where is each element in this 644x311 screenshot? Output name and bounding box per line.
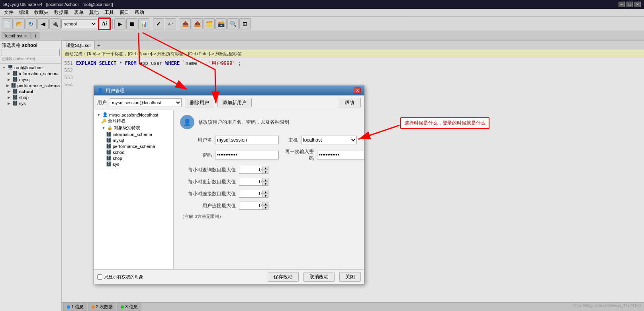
confirm-label: 再一次输入密码 bbox=[282, 148, 314, 162]
show-privileged-checkbox[interactable] bbox=[97, 274, 102, 280]
dialog-desc-row: 👤 修改该用户的用户名、密码，以及各种限制 bbox=[180, 115, 358, 129]
limit-query-up-btn[interactable]: ▲ bbox=[263, 166, 268, 170]
add-user-btn[interactable]: 添加新用户 bbox=[217, 98, 252, 107]
limit-conn-down-btn[interactable]: ▼ bbox=[263, 194, 268, 198]
dialog-left-panel: ▼ 👤 mysql.session@localhost 🔑 全局特权 ▼ 🔒 对… bbox=[94, 110, 174, 269]
password-input[interactable] bbox=[215, 151, 279, 159]
dialog-db-label-info: information_schema bbox=[113, 132, 152, 137]
limit-query-spinner: ▲ ▼ bbox=[239, 166, 268, 174]
dialog-tree-global-icon: 🔑 bbox=[101, 119, 107, 124]
password-label: 密码 bbox=[180, 152, 212, 159]
dialog-toolbar: 用户 mysql.session@localhost 删除用户 添加新用户 帮助 bbox=[94, 95, 364, 110]
limit-update-up-btn[interactable]: ▲ bbox=[263, 178, 268, 182]
limit-query-input[interactable] bbox=[239, 166, 263, 174]
dialog-tree-object-icon: 🔒 bbox=[107, 125, 113, 130]
dialog-db-icon-school: 🗄️ bbox=[106, 150, 112, 155]
limit-conn-label: 每小时连接数目最大值 bbox=[180, 190, 236, 197]
username-input[interactable] bbox=[215, 136, 279, 144]
dialog-db-label-perf: performance_schema bbox=[113, 144, 155, 149]
dialog-db-label-shop: shop bbox=[113, 156, 122, 161]
dialog-right-panel: 👤 修改该用户的用户名、密码，以及各种限制 用户名 主机 localhost 密… bbox=[174, 110, 364, 269]
limit-conn-spinner: ▲ ▼ bbox=[239, 190, 268, 198]
dialog-db-label-school: school bbox=[113, 150, 125, 155]
dialog-tree-expand-object: ▼ bbox=[101, 126, 106, 130]
dialog-user-label: 用户 bbox=[97, 99, 107, 106]
dialog-db-icon-mysql: 🗄️ bbox=[106, 138, 112, 143]
dialog-title-bar: 👤 用户管理 ✕ bbox=[94, 86, 364, 95]
dialog-tree-object[interactable]: ▼ 🔒 对象级别特权 bbox=[100, 124, 172, 131]
dialog-close-btn[interactable]: 关闭 bbox=[339, 272, 361, 282]
checkbox-row: 只显示有权权的对象 bbox=[97, 274, 143, 280]
limit-maxconn-btns: ▲ ▼ bbox=[263, 202, 268, 210]
dialog-user-select[interactable]: mysql.session@localhost bbox=[110, 98, 182, 107]
host-label: 主机 bbox=[282, 137, 298, 144]
limit-conn-input[interactable] bbox=[239, 190, 263, 198]
limit-maxconn-input[interactable] bbox=[239, 202, 263, 210]
dialog-db-icon-shop: 🗄️ bbox=[106, 156, 112, 161]
cancel-changes-btn[interactable]: 取消改动 bbox=[303, 272, 335, 282]
dialog-db-icon-sys: 🗄️ bbox=[106, 161, 112, 167]
dialog-tree-info-schema[interactable]: 🗄️ information_schema bbox=[105, 131, 172, 137]
dialog-note: （注解-0方法无限制） bbox=[180, 214, 358, 220]
delete-user-btn[interactable]: 删除用户 bbox=[185, 98, 214, 107]
dialog-body: ▼ 👤 mysql.session@localhost 🔑 全局特权 ▼ 🔒 对… bbox=[94, 110, 364, 269]
limit-update-input[interactable] bbox=[239, 178, 263, 186]
limit-conn-row: 每小时连接数目最大值 ▲ ▼ bbox=[180, 190, 358, 198]
limit-update-down-btn[interactable]: ▼ bbox=[263, 182, 268, 186]
dialog-tree-mysql[interactable]: 🗄️ mysql bbox=[105, 137, 172, 143]
limit-query-btns: ▲ ▼ bbox=[263, 166, 268, 174]
limit-update-row: 每小时更新数目最大值 ▲ ▼ bbox=[180, 178, 358, 186]
dialog-title-icon: 👤 bbox=[97, 88, 103, 93]
dialog-desc-text: 修改该用户的用户名、密码，以及各种限制 bbox=[198, 119, 289, 126]
checkbox-label: 只显示有权权的对象 bbox=[104, 274, 143, 280]
limit-conn-up-btn[interactable]: ▲ bbox=[263, 190, 268, 194]
password-row: 密码 再一次输入密码 bbox=[180, 148, 358, 162]
dialog-db-icon-info: 🗄️ bbox=[106, 132, 112, 137]
username-row: 用户名 主机 localhost bbox=[180, 136, 358, 144]
dialog-title-label: 用户管理 bbox=[106, 87, 125, 94]
limit-query-down-btn[interactable]: ▼ bbox=[263, 170, 268, 174]
limit-maxconn-spinner: ▲ ▼ bbox=[239, 202, 268, 210]
user-avatar: 👤 bbox=[180, 115, 194, 129]
dialog-footer: 只显示有权权的对象 保存改动 取消改动 关闭 bbox=[94, 269, 364, 284]
limit-maxconn-down-btn[interactable]: ▼ bbox=[263, 206, 268, 210]
dialog-tree-sys[interactable]: 🗄️ sys bbox=[105, 161, 172, 167]
dialog-tree-global-label: 全局特权 bbox=[108, 118, 125, 124]
dialog-close-x-btn[interactable]: ✕ bbox=[354, 87, 361, 94]
dialog-tree-root[interactable]: ▼ 👤 mysql.session@localhost bbox=[96, 112, 172, 118]
limit-conn-btns: ▲ ▼ bbox=[263, 190, 268, 198]
dialog-db-icon-perf: 🗄️ bbox=[106, 144, 112, 149]
dialog-tree-expand-root: ▼ bbox=[96, 113, 101, 117]
host-select[interactable]: localhost bbox=[301, 136, 357, 144]
limit-query-row: 每小时查询数目最大值 ▲ ▼ bbox=[180, 166, 358, 174]
dialog-tree-object-label: 对象级别特权 bbox=[114, 125, 140, 131]
dialog-tree-school[interactable]: 🗄️ school bbox=[105, 149, 172, 155]
save-changes-btn[interactable]: 保存改动 bbox=[268, 272, 299, 282]
dialog-tree-global[interactable]: 🔑 全局特权 bbox=[100, 118, 172, 124]
confirm-password-input[interactable] bbox=[317, 151, 364, 159]
dialog-db-label-mysql: mysql bbox=[113, 138, 124, 143]
limit-update-btns: ▲ ▼ bbox=[263, 178, 268, 186]
dialog-tree-root-label: mysql.session@localhost bbox=[109, 113, 159, 117]
limit-maxconn-label: 用户连接最大值 bbox=[180, 202, 236, 209]
limit-update-spinner: ▲ ▼ bbox=[239, 178, 268, 186]
watermark: https://blog.csdn.net/weixin_44774160 bbox=[573, 303, 641, 308]
limit-maxconn-row: 用户连接最大值 ▲ ▼ bbox=[180, 202, 358, 210]
help-btn[interactable]: 帮助 bbox=[338, 98, 361, 107]
dialog-db-label-sys: sys bbox=[113, 162, 119, 167]
dialog-tree-root-icon: 👤 bbox=[102, 112, 108, 117]
limit-update-label: 每小时更新数目最大值 bbox=[180, 179, 236, 185]
limit-query-label: 每小时查询数目最大值 bbox=[180, 167, 236, 173]
username-label: 用户名 bbox=[180, 137, 212, 144]
user-manager-dialog: 👤 用户管理 ✕ 用户 mysql.session@localhost 删除用户… bbox=[94, 86, 364, 284]
dialog-tree-perf[interactable]: 🗄️ performance_schema bbox=[105, 143, 172, 149]
dialog-tree-shop[interactable]: 🗄️ shop bbox=[105, 155, 172, 161]
limit-maxconn-up-btn[interactable]: ▲ bbox=[263, 202, 268, 206]
